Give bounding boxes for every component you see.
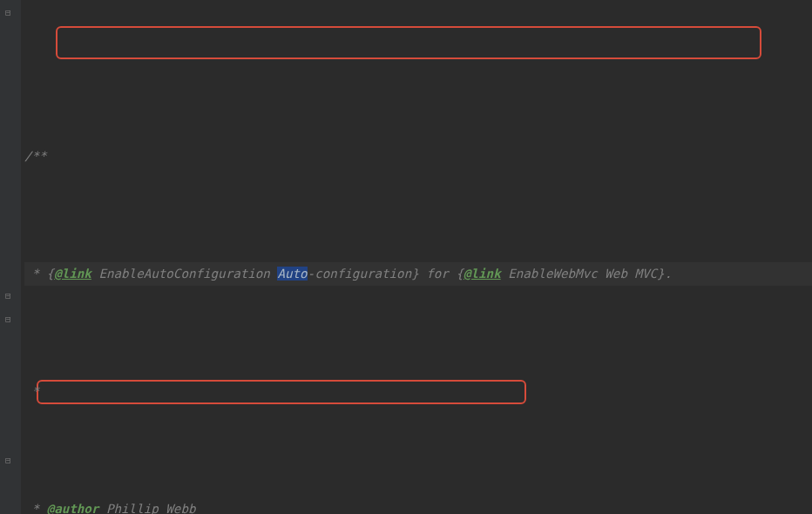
author-name: Phillip Webb <box>98 502 195 514</box>
javadoc-text: for { <box>419 267 464 281</box>
javadoc-author-tag: @author <box>47 502 99 514</box>
highlight-box <box>56 26 761 59</box>
javadoc-star: * <box>24 384 39 398</box>
javadoc-link-tag: @link <box>464 267 501 281</box>
javadoc-dot: . <box>665 267 673 281</box>
javadoc-link-tag: @link <box>54 267 91 281</box>
fold-icon[interactable]: ⊟ <box>5 290 11 301</box>
javadoc-link-ref: EnableWebMvc <box>501 267 606 281</box>
javadoc-star: * { <box>24 267 54 281</box>
javadoc-star: * <box>24 502 47 514</box>
code-area[interactable]: /** * {@link EnableAutoConfiguration Aut… <box>21 0 812 514</box>
javadoc-text: -configuration} <box>308 267 419 281</box>
selection: Auto <box>277 267 307 281</box>
fold-icon[interactable]: ⊟ <box>5 7 11 18</box>
fold-icon[interactable]: ⊟ <box>5 455 11 466</box>
code-editor[interactable]: ⊟ ⊟ ⊟ ⊟ /** * {@link EnableAutoConfigura… <box>0 0 812 514</box>
fold-icon[interactable]: ⊟ <box>5 314 11 325</box>
javadoc-link-ref: EnableAutoConfiguration <box>91 267 278 281</box>
javadoc-open: /** <box>24 149 47 163</box>
gutter: ⊟ ⊟ ⊟ ⊟ <box>0 0 21 514</box>
javadoc-text: Web MVC} <box>605 267 664 281</box>
